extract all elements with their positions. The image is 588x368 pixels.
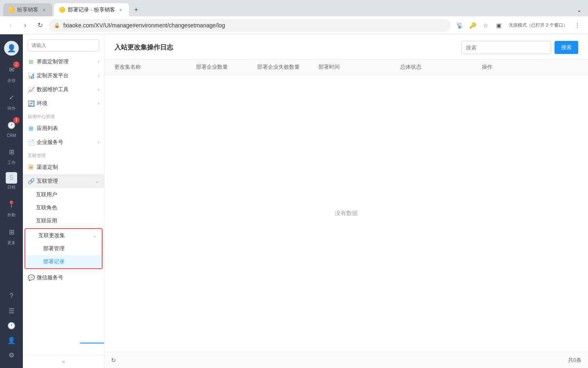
dev-platform-label: 定制开发平台 bbox=[37, 72, 95, 79]
sidebar-item-app-list[interactable]: ⊞ 应用列表 bbox=[23, 121, 104, 135]
work-icon: ⊞ bbox=[4, 144, 19, 159]
interconnect-changeset-label: 互联更改集 bbox=[38, 232, 65, 239]
footer-total: 共0条 bbox=[568, 357, 581, 364]
ui-manage-label: 界面定制管理 bbox=[37, 58, 95, 65]
sub-item-deploy-manage[interactable]: 部署管理 bbox=[25, 242, 102, 255]
sidebar-item-data-tools[interactable]: 📈 数据维护工具 › bbox=[23, 83, 104, 96]
dev-platform-chevron: › bbox=[98, 73, 99, 79]
enterprise-service-icon: 📄 bbox=[28, 139, 34, 146]
wechat-icon: 💬 bbox=[28, 274, 34, 281]
tab-1[interactable]: 🟡 纷享销客 × bbox=[3, 3, 52, 16]
crm-label: CRM bbox=[7, 133, 16, 138]
interconnect-app-label: 互联应用 bbox=[36, 217, 57, 224]
page-title: 入站更改集操作日志 bbox=[114, 43, 173, 52]
sidebar-item-ui-manage[interactable]: ⊞ 界面定制管理 › bbox=[23, 55, 104, 69]
nav-todo[interactable]: ✓ 待办 bbox=[0, 87, 23, 114]
tab-extend-button[interactable]: ⌄ bbox=[573, 4, 585, 16]
app-layout: 👤 ✉ 2 企信 ✓ 待办 🕐 1 CRM ⊞ 工作 5 日程 📍 外勤 bbox=[0, 34, 588, 368]
calendar-icon: 5 bbox=[6, 172, 17, 184]
split-screen-icon[interactable]: ▣ bbox=[493, 20, 505, 31]
cast-icon[interactable]: 📡 bbox=[454, 20, 466, 31]
sidebar-item-dev-platform[interactable]: 📊 定制开发平台 › bbox=[23, 69, 104, 83]
sidebar-collapse-button[interactable]: « bbox=[23, 355, 104, 368]
wechat-label: 微信服务号 bbox=[37, 274, 99, 281]
sidebar-item-environment[interactable]: 🔄 环境 › bbox=[23, 96, 104, 110]
avatar-circle: 👤 bbox=[4, 41, 19, 56]
deploy-manage-label: 部署管理 bbox=[43, 245, 65, 252]
environment-label: 环境 bbox=[37, 100, 95, 107]
help-icon[interactable]: ? bbox=[5, 289, 18, 303]
nav-field[interactable]: 📍 外勤 bbox=[0, 193, 23, 221]
sidebar-search-input[interactable] bbox=[28, 39, 99, 52]
sidebar-item-enterprise-service[interactable]: 📄 企业服务号 › bbox=[23, 135, 104, 149]
col-changeset-name: 更改集名称 bbox=[114, 63, 196, 71]
enterprise-service-chevron: › bbox=[98, 139, 99, 145]
bookmark-icon[interactable]: ☆ bbox=[480, 20, 492, 31]
menu-icon[interactable]: ⋮ bbox=[572, 20, 583, 31]
sidebar-item-channel[interactable]: 🏛 渠道定制 bbox=[23, 160, 104, 174]
forward-button[interactable]: › bbox=[20, 20, 31, 31]
todo-label: 待办 bbox=[7, 105, 16, 111]
footer-left: ↻ bbox=[111, 357, 116, 364]
nav-actions: 📡 🔑 ☆ ▣ 无痕模式（已打开 2 个窗口） ⋮ bbox=[454, 20, 583, 31]
arrow-line bbox=[80, 343, 105, 343]
crm-badge: 1 bbox=[13, 117, 20, 123]
records-icon[interactable]: ☰ bbox=[5, 304, 18, 317]
interconnect-manage-icon: 🔗 bbox=[28, 178, 34, 184]
more-icon: ⊞ bbox=[4, 224, 19, 239]
sub-item-deploy-record[interactable]: 部署记录 bbox=[25, 255, 102, 268]
refresh-button[interactable]: ↻ bbox=[34, 20, 46, 31]
tab-1-title: 纷享销客 bbox=[17, 6, 38, 13]
nav-calendar[interactable]: 5 日程 bbox=[0, 169, 23, 193]
new-tab-button[interactable]: + bbox=[131, 4, 142, 16]
sub-item-interconnect-changeset[interactable]: 互联更改集 ⌄ bbox=[25, 229, 102, 242]
tooltip-arrow bbox=[80, 340, 105, 346]
nav-work[interactable]: ⊞ 工作 bbox=[0, 141, 23, 169]
tab-2-close[interactable]: × bbox=[118, 7, 124, 13]
nav-more[interactable]: ⊞ 更多 bbox=[0, 221, 23, 249]
main-header: 入站更改集操作日志 搜索 bbox=[105, 34, 588, 59]
col-deploy-fail: 部署企业失败数量 bbox=[257, 63, 318, 71]
deploy-record-label: 部署记录 bbox=[43, 258, 65, 265]
sidebar-item-wechat[interactable]: 💬 微信服务号 bbox=[23, 271, 104, 285]
work-label: 工作 bbox=[7, 160, 16, 166]
sidebar-search bbox=[23, 34, 104, 55]
nav-bottom: ? ☰ 🕐 👤 ⚙ bbox=[0, 286, 23, 365]
tab-1-close[interactable]: × bbox=[41, 7, 47, 13]
channel-icon: 🏛 bbox=[28, 164, 34, 171]
address-text: fxiaoke.com/XV/UI/manage#environment/cha… bbox=[63, 22, 446, 29]
search-button[interactable]: 搜索 bbox=[555, 41, 578, 54]
sub-item-interconnect-app[interactable]: 互联应用 bbox=[23, 214, 104, 227]
browser-chrome: 🟡 纷享销客 × 🟡 部署记录 - 纷享销客 × + ⌄ ‹ › ↻ 🔒 fxi… bbox=[0, 0, 588, 34]
settings-icon[interactable]: ⚙ bbox=[5, 348, 18, 361]
nav-email[interactable]: ✉ 2 企信 bbox=[0, 59, 23, 87]
password-icon[interactable]: 🔑 bbox=[467, 20, 479, 31]
table-header: 更改集名称 部署企业数量 部署企业失败数量 部署时间 总体状态 操作 bbox=[105, 59, 588, 75]
search-bar: 搜索 bbox=[461, 41, 578, 54]
address-bar[interactable]: 🔒 fxiaoke.com/XV/UI/manage#environment/c… bbox=[49, 19, 451, 32]
section-interconnect: 互联管理 bbox=[23, 149, 104, 160]
avatar-item[interactable]: 👤 bbox=[0, 38, 23, 59]
interconnect-role-label: 互联角色 bbox=[36, 204, 57, 211]
col-deploy-count: 部署企业数量 bbox=[196, 63, 257, 71]
main-search-input[interactable] bbox=[461, 41, 551, 54]
interconnect-user-label: 互联用户 bbox=[36, 191, 57, 198]
sidebar-item-interconnect-manage[interactable]: 🔗 互联管理 ⌄ bbox=[23, 174, 104, 188]
more-label: 更多 bbox=[7, 240, 16, 246]
tab-1-favicon: 🟡 bbox=[8, 7, 15, 13]
refresh-icon[interactable]: ↻ bbox=[111, 357, 116, 364]
nav-crm[interactable]: 🕐 1 CRM bbox=[0, 114, 23, 141]
sub-item-interconnect-user[interactable]: 互联用户 bbox=[23, 188, 104, 201]
interconnect-manage-label: 互联管理 bbox=[37, 177, 93, 185]
history-icon[interactable]: 🕐 bbox=[5, 319, 18, 332]
tab-2[interactable]: 🟡 部署记录 - 纷享销客 × bbox=[54, 3, 129, 16]
tab-2-title: 部署记录 - 纷享销客 bbox=[68, 6, 115, 13]
back-button[interactable]: ‹ bbox=[5, 20, 16, 31]
contacts-icon[interactable]: 👤 bbox=[5, 334, 18, 347]
sub-item-interconnect-role[interactable]: 互联角色 bbox=[23, 201, 104, 214]
field-icon: 📍 bbox=[4, 197, 19, 211]
data-tools-icon: 📈 bbox=[28, 86, 34, 93]
collapse-icon: « bbox=[62, 359, 65, 365]
nav-bar: ‹ › ↻ 🔒 fxiaoke.com/XV/UI/manage#environ… bbox=[0, 16, 588, 34]
footer: ↻ 共0条 bbox=[105, 352, 588, 368]
